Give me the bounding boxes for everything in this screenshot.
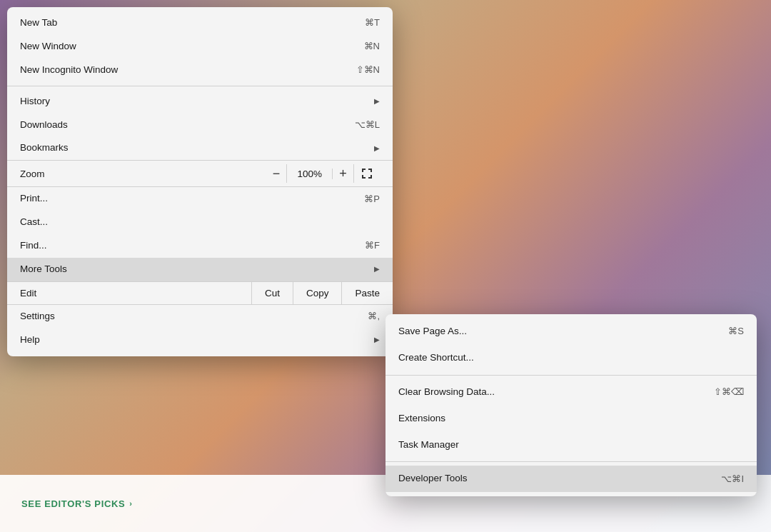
menu-item-history-label: History — [20, 95, 370, 109]
menu-item-settings-shortcut: ⌘, — [368, 310, 380, 323]
menu-item-print-shortcut: ⌘P — [364, 193, 380, 206]
more-tools-arrow-icon: ▶ — [374, 264, 380, 274]
copy-button[interactable]: Copy — [293, 282, 342, 304]
submenu-separator-2 — [386, 461, 757, 462]
help-arrow-icon: ▶ — [374, 335, 380, 345]
menu-item-more-tools[interactable]: More Tools ▶ — [7, 258, 393, 281]
submenu-item-task-manager[interactable]: Task Manager — [386, 432, 757, 458]
menu-item-new-window[interactable]: New Window ⌘N — [7, 35, 393, 59]
menu-item-bookmarks[interactable]: Bookmarks ▶ — [7, 136, 393, 160]
separator-1 — [7, 86, 393, 86]
cut-button[interactable]: Cut — [251, 282, 293, 304]
submenu-item-create-shortcut-label: Create Shortcut... — [398, 351, 744, 365]
zoom-percent: 100% — [287, 169, 333, 179]
menu-item-find-shortcut: ⌘F — [365, 239, 380, 252]
submenu-item-developer-tools[interactable]: Developer Tools ⌥⌘I — [386, 466, 757, 492]
see-editors-picks-label: SEE EDITOR'S PICKS — [21, 498, 125, 509]
see-editors-chevron-icon: › — [129, 499, 132, 508]
submenu-item-save-page-as-label: Save Page As... — [398, 325, 700, 338]
zoom-plus-button[interactable]: + — [333, 164, 354, 183]
menu-item-new-window-label: New Window — [20, 40, 336, 54]
menu-item-print[interactable]: Print... ⌘P — [7, 187, 393, 211]
menu-item-print-label: Print... — [20, 192, 336, 206]
menu-item-new-tab-shortcut: ⌘T — [365, 16, 380, 29]
submenu-item-extensions-label: Extensions — [398, 412, 744, 426]
menu-item-find-label: Find... — [20, 239, 336, 253]
menu-item-new-incognito-window-label: New Incognito Window — [20, 64, 328, 77]
history-arrow-icon: ▶ — [374, 96, 380, 106]
zoom-controls: − 100% + — [107, 164, 393, 183]
menu-item-new-tab-label: New Tab — [20, 16, 336, 30]
menu-item-downloads-shortcut: ⌥⌘L — [355, 119, 380, 131]
edit-label: Edit — [7, 282, 107, 304]
submenu-item-task-manager-label: Task Manager — [398, 438, 744, 452]
menu-item-settings-label: Settings — [20, 310, 339, 323]
svg-rect-7 — [371, 175, 372, 179]
menu-item-cast[interactable]: Cast... — [7, 211, 393, 234]
bookmarks-arrow-icon: ▶ — [374, 144, 380, 154]
see-editors-picks-link[interactable]: SEE EDITOR'S PICKS › — [21, 498, 133, 509]
menu-item-bookmarks-label: Bookmarks — [20, 141, 370, 155]
svg-rect-1 — [362, 169, 363, 172]
svg-rect-3 — [371, 169, 372, 172]
menu-item-new-tab[interactable]: New Tab ⌘T — [7, 11, 393, 35]
edit-actions: Cut Copy Paste — [107, 282, 393, 304]
submenu-item-clear-browsing-data-shortcut: ⇧⌘⌫ — [714, 386, 744, 398]
menu-item-new-incognito-window-shortcut: ⇧⌘N — [356, 64, 380, 76]
submenu-item-clear-browsing-data-label: Clear Browsing Data... — [398, 386, 685, 399]
menu-item-more-tools-label: More Tools — [20, 263, 370, 276]
paste-button[interactable]: Paste — [341, 282, 393, 304]
svg-rect-5 — [362, 175, 363, 179]
submenu-item-developer-tools-shortcut: ⌥⌘I — [721, 473, 744, 486]
menu-item-help[interactable]: Help ▶ — [7, 328, 393, 352]
submenu-item-save-page-as[interactable]: Save Page As... ⌘S — [386, 318, 757, 345]
submenu-separator-1 — [386, 375, 757, 376]
submenu-item-clear-browsing-data[interactable]: Clear Browsing Data... ⇧⌘⌫ — [386, 379, 757, 406]
menu-item-downloads[interactable]: Downloads ⌥⌘L — [7, 114, 393, 137]
main-menu: New Tab ⌘T New Window ⌘N New Incognito W… — [7, 7, 393, 356]
submenu-item-developer-tools-label: Developer Tools — [398, 472, 692, 486]
zoom-label: Zoom — [7, 165, 107, 183]
menu-item-cast-label: Cast... — [20, 216, 380, 229]
menu-item-new-window-shortcut: ⌘N — [364, 40, 380, 53]
menu-item-new-incognito-window[interactable]: New Incognito Window ⇧⌘N — [7, 59, 393, 82]
menu-item-history[interactable]: History ▶ — [7, 90, 393, 114]
edit-row: Edit Cut Copy Paste — [7, 281, 393, 305]
zoom-minus-button[interactable]: − — [266, 164, 287, 183]
more-tools-submenu: Save Page As... ⌘S Create Shortcut... Cl… — [386, 314, 757, 496]
zoom-row: Zoom − 100% + — [7, 160, 393, 187]
submenu-item-create-shortcut[interactable]: Create Shortcut... — [386, 345, 757, 371]
menu-item-downloads-label: Downloads — [20, 119, 326, 132]
zoom-fullscreen-button[interactable] — [354, 164, 380, 183]
menu-item-find[interactable]: Find... ⌘F — [7, 234, 393, 258]
submenu-item-save-page-as-shortcut: ⌘S — [728, 325, 744, 338]
menu-item-help-label: Help — [20, 333, 370, 347]
submenu-item-extensions[interactable]: Extensions — [386, 406, 757, 432]
fullscreen-icon — [361, 167, 373, 180]
menu-item-settings[interactable]: Settings ⌘, — [7, 305, 393, 328]
